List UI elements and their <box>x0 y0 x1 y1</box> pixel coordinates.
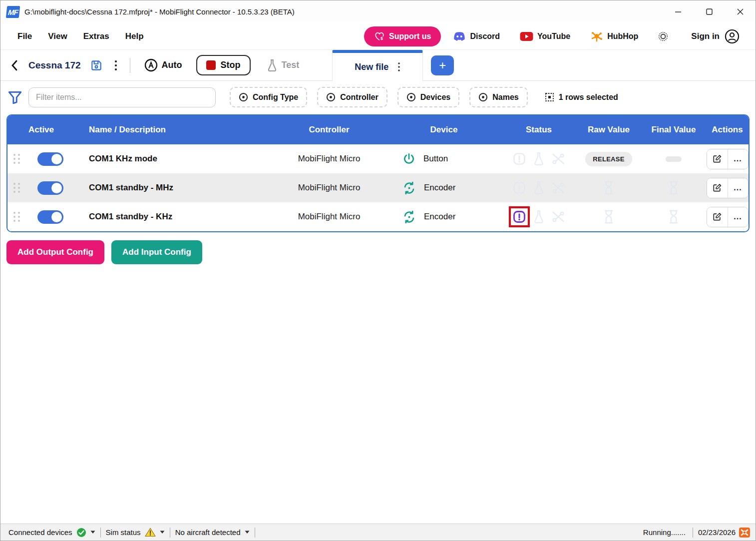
discord-label: Discord <box>470 32 500 41</box>
sun-icon <box>657 30 669 42</box>
menu-help[interactable]: Help <box>117 27 152 45</box>
app-window: MF G:\mobiflight-docs\Cessna 172.mfproj*… <box>0 0 756 541</box>
theme-toggle-button[interactable] <box>655 28 671 44</box>
tab-menu-icon[interactable] <box>397 62 400 72</box>
sim-status-dropdown[interactable]: Sim status <box>101 524 170 541</box>
sim-status-label: Sim status <box>106 528 141 537</box>
test-status-icon <box>533 210 545 224</box>
filter-chip-config-type[interactable]: Config Type <box>230 87 307 107</box>
raw-value-badge: RELEASE <box>585 152 632 166</box>
active-toggle[interactable] <box>37 181 63 195</box>
col-status: Status <box>501 125 576 135</box>
edit-button[interactable] <box>707 178 728 198</box>
selection-icon <box>545 92 554 102</box>
support-us-label: Support us <box>389 32 431 41</box>
maximize-button[interactable] <box>694 0 725 23</box>
add-tab-button[interactable]: + <box>431 55 454 75</box>
toolbar: Cessna 172 Auto <box>0 50 756 81</box>
config-name: COM1 KHz mode <box>74 154 272 164</box>
menu-view[interactable]: View <box>40 27 75 45</box>
table-header: Active Name / Description Controller Dev… <box>7 115 749 144</box>
project-menu-button[interactable] <box>112 57 120 73</box>
youtube-link[interactable]: YouTube <box>512 28 578 44</box>
save-button[interactable] <box>88 57 105 74</box>
edit-icon <box>712 154 722 164</box>
edit-button[interactable] <box>707 207 728 227</box>
test-status-icon <box>533 152 545 166</box>
sign-in[interactable]: Sign in <box>680 26 747 47</box>
sim-date: 02/23/2026 <box>693 527 753 538</box>
date-label: 02/23/2026 <box>698 528 736 537</box>
filter-chip-controller[interactable]: Controller <box>317 87 387 107</box>
test-button[interactable]: Test <box>262 57 305 74</box>
minimize-button[interactable] <box>663 0 694 23</box>
target-icon <box>406 92 416 102</box>
col-name: Name / Description <box>74 125 272 135</box>
auto-label: Auto <box>162 60 182 70</box>
controller-name: MobiFlight Micro <box>272 212 386 222</box>
menubar: File View Extras Help $ Support us Disco… <box>0 23 756 50</box>
pending-hourglass-icon <box>602 209 615 224</box>
table-row[interactable]: COM1 standby - KHz MobiFlight Micro Enco… <box>7 202 749 231</box>
discord-icon <box>453 31 466 42</box>
tab-new-file[interactable]: New file <box>332 50 423 81</box>
table-row[interactable]: COM1 KHz mode MobiFlight Micro Button <box>7 144 749 173</box>
final-value-empty <box>666 156 682 162</box>
menu-file[interactable]: File <box>9 27 40 45</box>
aircraft-dropdown[interactable]: No aircraft detected <box>170 524 255 541</box>
warning-triangle-icon <box>145 528 156 537</box>
rows-selected-indicator: 1 rows selected <box>545 92 618 102</box>
status-cell <box>501 210 576 224</box>
support-us-button[interactable]: $ Support us <box>364 26 441 46</box>
maximize-icon <box>706 8 713 15</box>
auto-run-button[interactable]: Auto <box>140 56 186 74</box>
more-icon: ... <box>734 212 742 221</box>
close-icon <box>737 8 744 15</box>
hubhop-icon <box>590 30 603 42</box>
drag-handle[interactable] <box>7 212 26 222</box>
chevron-left-icon <box>9 59 19 71</box>
encoder-device-icon <box>402 181 416 195</box>
precondition-warning-icon[interactable] <box>512 210 526 224</box>
menu-extras[interactable]: Extras <box>75 27 117 45</box>
add-input-config-button[interactable]: Add Input Config <box>111 240 202 264</box>
chip-label: Devices <box>420 93 451 102</box>
more-actions-button[interactable]: ... <box>728 207 748 227</box>
drag-handle[interactable] <box>7 154 26 164</box>
aircraft-label: No aircraft detected <box>175 528 241 537</box>
hubhop-link[interactable]: HubHop <box>582 27 646 45</box>
precondition-status-icon <box>512 152 526 166</box>
filter-input[interactable] <box>28 87 216 107</box>
device-name: Encoder <box>424 212 455 222</box>
more-actions-button[interactable]: ... <box>728 178 748 198</box>
plus-icon: + <box>439 59 446 71</box>
filter-funnel-icon <box>7 90 22 105</box>
chip-label: Names <box>492 93 518 102</box>
connected-devices-dropdown[interactable]: Connected devices <box>3 524 100 541</box>
filter-chip-devices[interactable]: Devices <box>397 87 460 107</box>
pending-hourglass-icon <box>602 180 615 195</box>
close-button[interactable] <box>725 0 756 23</box>
discord-link[interactable]: Discord <box>445 28 508 45</box>
back-button[interactable] <box>7 57 21 73</box>
edit-button[interactable] <box>707 149 728 169</box>
target-icon <box>239 92 248 102</box>
modifier-status-icon <box>551 152 565 166</box>
col-final-value: Final Value <box>641 125 706 135</box>
more-actions-button[interactable]: ... <box>728 149 748 169</box>
svg-text:$: $ <box>380 36 383 41</box>
config-table: Active Name / Description Controller Dev… <box>6 114 750 232</box>
filter-chip-names[interactable]: Names <box>469 87 527 107</box>
drag-handle[interactable] <box>7 183 26 193</box>
edit-icon <box>712 183 722 193</box>
config-name: COM1 standby - KHz <box>74 212 272 222</box>
add-output-config-button[interactable]: Add Output Config <box>6 240 104 264</box>
table-row[interactable]: COM1 standby - MHz MobiFlight Micro Enco… <box>7 173 749 202</box>
active-toggle[interactable] <box>37 210 63 224</box>
status-cell <box>501 181 576 195</box>
stop-button[interactable]: Stop <box>196 55 251 75</box>
active-toggle[interactable] <box>37 152 63 166</box>
filter-bar: Config Type Controller Devices Names 1 r… <box>0 81 756 111</box>
encoder-device-icon <box>402 210 416 224</box>
chip-label: Config Type <box>253 93 298 102</box>
